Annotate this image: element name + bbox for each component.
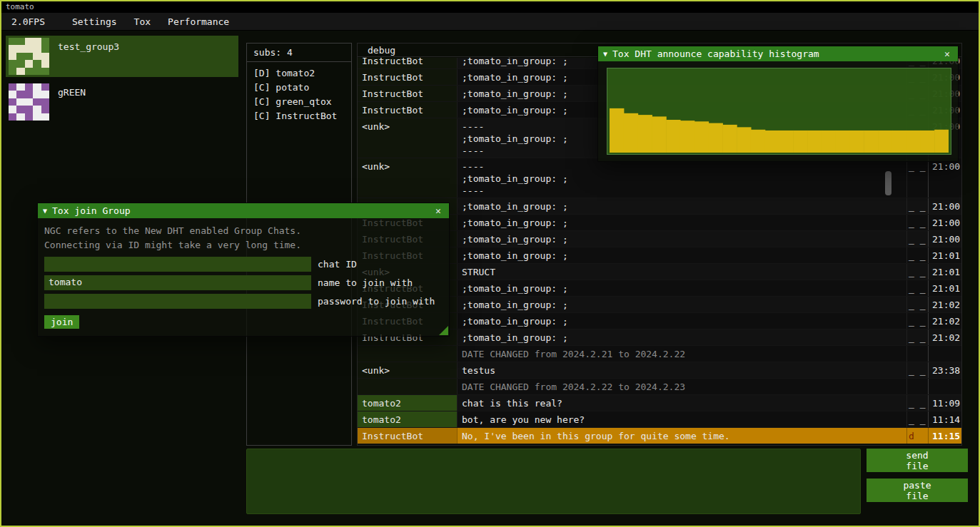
subs-list-item[interactable]: [C] green_qtox	[253, 95, 345, 109]
subs-count-label: subs: 4	[253, 47, 345, 58]
resize-grip[interactable]	[439, 326, 448, 335]
chat-id-input[interactable]	[44, 257, 311, 272]
menu-item-settings[interactable]: Settings	[64, 14, 126, 29]
menu-bar: 2.0FPSSettingsToxPerformance	[1, 13, 979, 31]
message-time: 21:01	[928, 247, 961, 263]
chat-scrollbar[interactable]	[885, 171, 891, 195]
message-time: 11:15	[928, 428, 961, 444]
message-time: 21:02	[928, 313, 961, 329]
message-text: ;tomato_in_group: ;	[458, 198, 906, 214]
sender-name: <unk>	[358, 362, 458, 378]
message-input[interactable]	[246, 449, 861, 514]
chat-row[interactable]: DATE CHANGED from 2024.2.22 to 2024.2.23	[358, 379, 961, 395]
group-avatar	[9, 38, 49, 75]
message-text: ;tomato_in_group: ;	[458, 297, 906, 312]
message-flags: _ _	[906, 231, 928, 247]
message-time: 21:01	[928, 264, 961, 280]
message-time: 21:00	[928, 198, 961, 214]
close-icon[interactable]: ✕	[941, 48, 953, 59]
message-text: ;tomato_in_group: ;	[458, 329, 906, 345]
subs-list-item[interactable]: [D] tomato2	[253, 66, 345, 81]
group-item-green[interactable]: gREEN	[6, 81, 238, 123]
sender-name	[358, 379, 458, 394]
dht-histogram-titlebar: ▼ Tox DHT announce capability histogram …	[598, 46, 958, 61]
message-flags: _ _	[906, 158, 928, 198]
group-item-test-group3[interactable]: test_group3	[6, 36, 238, 77]
join-group-body: NGC refers to the New DHT enabled Group …	[38, 218, 449, 334]
sender-name: <unk>	[358, 118, 458, 158]
join-field-row: chat ID	[44, 257, 443, 272]
message-text: ;tomato_in_group: ;	[458, 313, 906, 329]
password-to-join-with-label: password to join with	[311, 296, 435, 307]
message-text: ;tomato_in_group: ;	[458, 215, 906, 230]
message-text: chat is this real?	[458, 395, 906, 411]
collapse-icon[interactable]: ▼	[603, 50, 607, 58]
chat-row[interactable]: InstructBotNo, I've been in this group f…	[358, 428, 961, 444]
message-time: 11:14	[928, 411, 961, 427]
join-group-titlebar: ▼ Tox join Group ✕	[38, 203, 449, 218]
chat-row[interactable]: <unk>---- ;tomato_in_group: ; ----_ _21:…	[358, 158, 961, 198]
message-text: DATE CHANGED from 2024.2.21 to 2024.2.22	[458, 346, 906, 362]
close-icon[interactable]: ✕	[433, 205, 444, 216]
join-group-window: ▼ Tox join Group ✕ NGC refers to the New…	[37, 203, 450, 337]
menu-item-tox[interactable]: Tox	[126, 14, 159, 29]
dht-histogram-window: ▼ Tox DHT announce capability histogram …	[597, 46, 959, 162]
sender-name: tomato2	[358, 411, 458, 427]
name-to-join-with-input[interactable]: tomato	[44, 275, 311, 290]
group-name: gREEN	[58, 87, 86, 98]
message-text: bot, are you new here?	[458, 411, 906, 427]
password-to-join-with-input[interactable]	[44, 294, 311, 309]
message-text: testus	[458, 362, 906, 378]
subs-list-item[interactable]: [C] InstructBot	[253, 109, 345, 123]
menu-item-performance[interactable]: Performance	[159, 14, 238, 29]
subs-list-item[interactable]: [C] potato	[253, 81, 345, 95]
message-time: 21:00	[928, 158, 961, 198]
collapse-icon[interactable]: ▼	[43, 207, 47, 215]
message-time: 23:38	[928, 362, 961, 378]
paste-file-button[interactable]: paste file	[867, 479, 968, 502]
message-flags: _ _	[906, 280, 928, 296]
dht-histogram-plot[interactable]	[607, 68, 951, 155]
sender-name: InstructBot	[358, 102, 458, 118]
message-time: 21:02	[928, 329, 961, 345]
message-text: ;tomato_in_group: ;	[458, 280, 906, 296]
message-text: DATE CHANGED from 2024.2.22 to 2024.2.23	[458, 379, 906, 394]
sender-name	[358, 346, 458, 362]
tab-debug[interactable]: debug	[368, 45, 395, 56]
message-text: STRUCT	[458, 264, 906, 280]
join-fields: chat IDtomatoname to join withpassword t…	[44, 257, 443, 309]
chat-row[interactable]: DATE CHANGED from 2024.2.21 to 2024.2.22	[358, 346, 961, 362]
chat-row[interactable]: tomato2chat is this real?_ _11:09	[358, 395, 961, 411]
subs-list: [D] tomato2[C] potato[C] green_qtox[C] I…	[253, 66, 345, 123]
message-flags: _ _	[906, 395, 928, 411]
message-time: 11:09	[928, 395, 961, 411]
message-text: ;tomato_in_group: ;	[458, 247, 906, 263]
send-file-button[interactable]: send file	[867, 449, 968, 472]
divider	[247, 61, 351, 62]
join-button[interactable]: join	[44, 315, 79, 329]
message-flags: _ _	[906, 411, 928, 427]
fps-counter: 2.0FPS	[3, 14, 54, 29]
message-flags	[906, 346, 928, 362]
join-description-line2: Connecting via ID might take a very long…	[44, 238, 443, 252]
message-time: 21:02	[928, 297, 961, 312]
join-description-line1: NGC refers to the New DHT enabled Group …	[44, 224, 443, 238]
message-time: 21:00	[928, 231, 961, 247]
sender-name: InstructBot	[358, 86, 458, 101]
sender-name: InstructBot	[358, 69, 458, 85]
group-avatar	[9, 83, 49, 121]
sender-name: InstructBot	[358, 428, 458, 444]
app-window: tomato 2.0FPSSettingsToxPerformance test…	[0, 0, 980, 527]
join-field-row: tomatoname to join with	[44, 275, 443, 290]
message-flags: _ _	[906, 362, 928, 378]
message-flags: _ _	[906, 264, 928, 280]
chat-row[interactable]: <unk>testus_ _23:38	[358, 362, 961, 379]
message-flags: _ _	[906, 247, 928, 263]
window-title: tomato	[6, 2, 34, 11]
window-titlebar: tomato	[1, 1, 979, 13]
chat-row[interactable]: tomato2bot, are you new here?_ _11:14	[358, 411, 961, 428]
message-flags	[906, 379, 928, 394]
message-time	[928, 346, 961, 362]
name-to-join-with-label: name to join with	[311, 277, 413, 288]
histogram-bars	[610, 71, 949, 153]
